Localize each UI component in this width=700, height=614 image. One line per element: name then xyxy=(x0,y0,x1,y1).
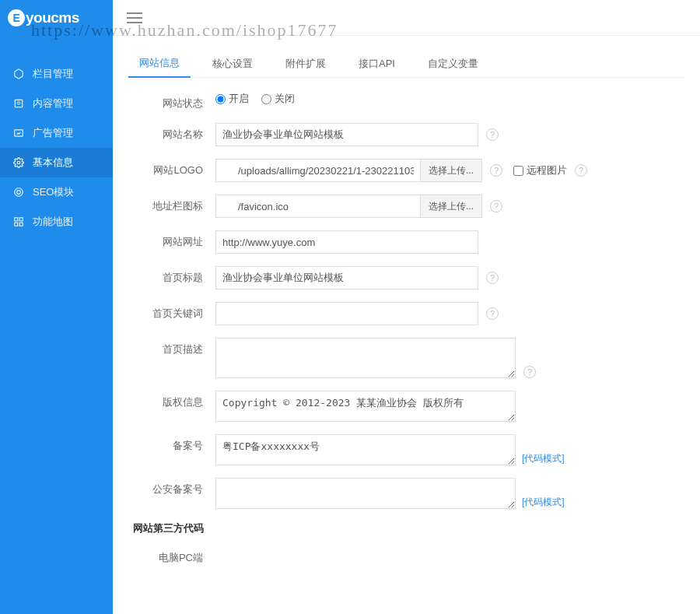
copyright-textarea[interactable]: Copyright © 2012-2023 某某渔业协会 版权所有 xyxy=(215,391,516,422)
sidebar-item-seo[interactable]: SEO模块 xyxy=(0,177,113,207)
tabs: 网站信息 核心设置 附件扩展 接口API 自定义变量 xyxy=(128,50,684,78)
logo-input[interactable] xyxy=(215,159,421,182)
tab-api[interactable]: 接口API xyxy=(348,51,406,77)
sidebar: Eyoucms 栏目管理 内容管理 广告管理 基本信息 xyxy=(0,0,113,614)
sidebar-item-ads[interactable]: 广告管理 xyxy=(0,118,113,148)
sidebar-item-label: 栏目管理 xyxy=(33,67,73,81)
home-desc-textarea[interactable] xyxy=(215,338,516,378)
favicon-input[interactable] xyxy=(215,195,421,218)
sidebar-item-label: SEO模块 xyxy=(33,185,74,199)
home-title-input[interactable] xyxy=(215,266,478,289)
label-home-desc: 首页描述 xyxy=(133,338,215,356)
svg-rect-7 xyxy=(15,218,18,221)
sidebar-item-columns[interactable]: 栏目管理 xyxy=(0,59,113,89)
brand-badge: E xyxy=(8,9,25,26)
radio-open-label: 开启 xyxy=(229,92,249,106)
label-copyright: 版权信息 xyxy=(133,391,215,409)
home-keywords-input[interactable] xyxy=(215,302,478,325)
gear-icon xyxy=(12,156,25,169)
police-textarea[interactable] xyxy=(215,478,516,509)
site-url-input[interactable] xyxy=(215,230,478,254)
remote-image-label: 远程图片 xyxy=(527,163,567,177)
svg-rect-10 xyxy=(19,223,23,226)
tab-custom-vars[interactable]: 自定义变量 xyxy=(417,51,489,77)
label-favicon: 地址栏图标 xyxy=(133,195,215,213)
content-icon xyxy=(12,97,25,110)
radio-open[interactable]: 开启 xyxy=(215,92,249,106)
help-icon[interactable]: ? xyxy=(486,307,499,320)
code-mode-link[interactable]: [代码模式] xyxy=(522,452,565,465)
icp-textarea[interactable]: 粤ICP备xxxxxxxx号 xyxy=(215,434,516,465)
sidebar-item-label: 基本信息 xyxy=(33,156,73,170)
form: 网站状态 开启 关闭 网站名称 ? 网站LOGO xyxy=(128,92,684,565)
sidebar-item-sitemap[interactable]: 功能地图 xyxy=(0,207,113,237)
radio-close-label: 关闭 xyxy=(275,92,295,106)
label-police: 公安备案号 xyxy=(133,478,215,496)
tab-core[interactable]: 核心设置 xyxy=(201,51,264,77)
radio-open-input[interactable] xyxy=(215,94,226,104)
third-party-heading: 网站第三方代码 xyxy=(133,521,684,535)
sidebar-item-content[interactable]: 内容管理 xyxy=(0,89,113,118)
seo-icon xyxy=(12,186,25,198)
sitemap-icon xyxy=(12,216,25,228)
radio-close-input[interactable] xyxy=(261,94,271,104)
help-icon[interactable]: ? xyxy=(523,366,536,378)
tab-site-info[interactable]: 网站信息 xyxy=(128,50,191,78)
label-site-url: 网站网址 xyxy=(133,230,215,249)
upload-logo-button[interactable]: 选择上传... xyxy=(420,159,482,182)
svg-rect-8 xyxy=(19,218,23,221)
topbar xyxy=(113,0,700,36)
remote-image-checkbox[interactable]: 远程图片 xyxy=(513,163,567,177)
site-name-input[interactable] xyxy=(215,123,478,146)
upload-favicon-button[interactable]: 选择上传... xyxy=(420,195,482,218)
label-icp: 备案号 xyxy=(133,434,215,453)
label-status: 网站状态 xyxy=(133,92,215,111)
help-icon[interactable]: ? xyxy=(486,272,499,284)
svg-rect-9 xyxy=(15,223,18,226)
sidebar-menu: 栏目管理 内容管理 广告管理 基本信息 SEO模块 xyxy=(0,36,113,614)
menu-toggle-icon[interactable] xyxy=(127,12,142,23)
code-mode-link[interactable]: [代码模式] xyxy=(522,496,565,509)
ads-icon xyxy=(12,127,25,139)
label-site-name: 网站名称 xyxy=(133,123,215,142)
help-icon[interactable]: ? xyxy=(490,200,502,212)
svg-point-6 xyxy=(17,191,21,195)
sidebar-item-basic[interactable]: 基本信息 xyxy=(0,148,113,177)
columns-icon xyxy=(12,68,25,80)
svg-point-5 xyxy=(15,188,23,197)
sidebar-item-label: 功能地图 xyxy=(33,215,73,229)
tab-attachment[interactable]: 附件扩展 xyxy=(275,51,337,77)
main-area: 网站信息 核心设置 附件扩展 接口API 自定义变量 网站状态 开启 关闭 网站… xyxy=(113,0,700,614)
label-home-title: 首页标题 xyxy=(133,266,215,285)
sidebar-item-label: 广告管理 xyxy=(33,126,73,140)
remote-image-input[interactable] xyxy=(513,166,523,176)
help-icon[interactable]: ? xyxy=(490,164,502,177)
label-home-keywords: 首页关键词 xyxy=(133,302,215,321)
label-pc: 电脑PC端 xyxy=(133,546,215,565)
help-icon[interactable]: ? xyxy=(486,128,499,141)
brand-logo: Eyoucms xyxy=(0,0,113,36)
content-area: 网站信息 核心设置 附件扩展 接口API 自定义变量 网站状态 开启 关闭 网站… xyxy=(113,36,700,614)
radio-close[interactable]: 关闭 xyxy=(261,92,295,106)
brand-name: youcms xyxy=(26,9,79,26)
sidebar-item-label: 内容管理 xyxy=(33,96,73,111)
label-logo: 网站LOGO xyxy=(133,159,215,177)
help-icon[interactable]: ? xyxy=(575,164,587,177)
svg-point-4 xyxy=(17,161,20,164)
